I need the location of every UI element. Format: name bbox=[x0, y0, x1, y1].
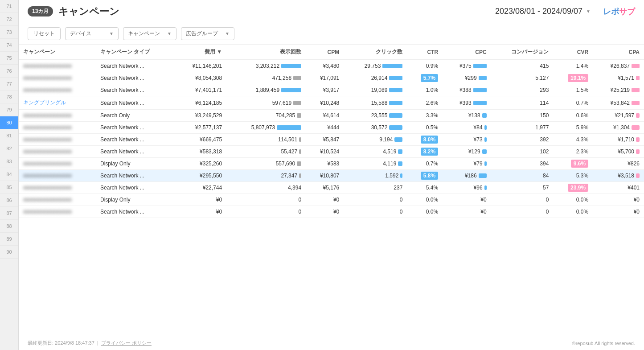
campaign-name: ■■■■■■■■■■■■■■■ bbox=[19, 206, 96, 218]
footer-last-updated: 最終更新日: 2024/9/8 18:47:37 | プライバシー ポリシー bbox=[28, 340, 152, 346]
campaign-type: Search Only bbox=[96, 110, 175, 122]
cpm: ¥17,091 bbox=[306, 72, 344, 84]
privacy-policy-link[interactable]: プライバシー ポリシー bbox=[101, 340, 152, 346]
cvr: 0.0% bbox=[553, 194, 593, 206]
col-cpa[interactable]: CPA bbox=[593, 45, 644, 60]
impressions: 557,690 bbox=[226, 158, 306, 170]
cpc: ¥299 bbox=[443, 72, 491, 84]
cpa: ¥26,837 bbox=[593, 60, 644, 72]
table-row[interactable]: ■■■■■■■■■■■■■■■Search Network ...¥11,146… bbox=[19, 60, 644, 72]
conversions: 415 bbox=[491, 60, 554, 72]
cpc: ¥0 bbox=[443, 206, 491, 218]
col-cpc[interactable]: CPC bbox=[443, 45, 491, 60]
campaign-name: キングプリングル bbox=[19, 96, 96, 110]
clicks: 23,555 bbox=[344, 110, 407, 122]
row-num-79: 79 bbox=[0, 103, 18, 116]
cpc: ¥84 bbox=[443, 122, 491, 134]
period-badge: 13カ月 bbox=[28, 6, 53, 16]
table-row[interactable]: ■■■■■■■■■■■■■■■Search Network ...¥2,577,… bbox=[19, 122, 644, 134]
cpa: ¥53,842 bbox=[593, 96, 644, 110]
impressions: 3,203,212 bbox=[226, 60, 306, 72]
adgroup-filter[interactable]: 広告グループ ▼ bbox=[181, 27, 234, 40]
cpm: ¥4,614 bbox=[306, 110, 344, 122]
col-impressions[interactable]: 表示回数 bbox=[226, 45, 306, 60]
row-num-87: 87 bbox=[0, 207, 18, 220]
cpm: ¥10,807 bbox=[306, 170, 344, 182]
clicks: 4,119 bbox=[344, 158, 407, 170]
ctr: 0.0% bbox=[407, 206, 443, 218]
campaign-name: ■■■■■■■■■■■■■■■ bbox=[19, 182, 96, 194]
row-num-88: 88 bbox=[0, 220, 18, 233]
col-clicks[interactable]: クリック数 bbox=[344, 45, 407, 60]
impressions: 597,619 bbox=[226, 96, 306, 110]
campaigns-table: キャンペーン キャンペーン タイプ 費用 ▼ 表示回数 CPM クリック数 CT… bbox=[19, 45, 644, 218]
cost: ¥8,054,308 bbox=[175, 72, 227, 84]
table-row[interactable]: ■■■■■■■■■■■■■■■Search Network ...¥00¥000… bbox=[19, 206, 644, 218]
cpm: ¥5,847 bbox=[306, 134, 344, 146]
col-cpm[interactable]: CPM bbox=[306, 45, 344, 60]
device-filter[interactable]: デバイス ▼ bbox=[65, 27, 119, 40]
row-num-73: 73 bbox=[0, 26, 18, 39]
table-row[interactable]: ■■■■■■■■■■■■■■■Search Only¥3,249,529704,… bbox=[19, 110, 644, 122]
campaign-filter[interactable]: キャンペーン ▼ bbox=[123, 27, 176, 40]
header: 13カ月 キャンペーン 2023/08/01 - 2024/09/07 ▼ レポ… bbox=[19, 0, 644, 23]
cpa: ¥0 bbox=[593, 194, 644, 206]
clicks: 1,592 bbox=[344, 170, 407, 182]
campaign-name: ■■■■■■■■■■■■■■■ bbox=[19, 194, 96, 206]
col-cost[interactable]: 費用 ▼ bbox=[175, 45, 227, 60]
title-section: 13カ月 キャンペーン bbox=[28, 5, 495, 18]
campaign-type: Search Network ... bbox=[96, 84, 175, 96]
clicks: 26,914 bbox=[344, 72, 407, 84]
campaign-type: Search Network ... bbox=[96, 134, 175, 146]
table-row[interactable]: ■■■■■■■■■■■■■■■Search Network ...¥22,744… bbox=[19, 182, 644, 194]
col-ctr[interactable]: CTR bbox=[407, 45, 443, 60]
campaign-name: ■■■■■■■■■■■■■■■ bbox=[19, 110, 96, 122]
table-row[interactable]: ■■■■■■■■■■■■■■■Search Network ...¥8,054,… bbox=[19, 72, 644, 84]
col-conversions[interactable]: コンバージョン bbox=[491, 45, 554, 60]
campaign-type: Search Network ... bbox=[96, 72, 175, 84]
ctr: 2.6% bbox=[407, 96, 443, 110]
table-row[interactable]: ■■■■■■■■■■■■■■■Display Only¥325,260557,6… bbox=[19, 158, 644, 170]
cost: ¥11,146,201 bbox=[175, 60, 227, 72]
conversions: 394 bbox=[491, 158, 554, 170]
cvr: 4.3% bbox=[553, 134, 593, 146]
cvr: 9.6% bbox=[553, 158, 593, 170]
cpc: ¥0 bbox=[443, 194, 491, 206]
cost: ¥0 bbox=[175, 206, 227, 218]
clicks: 9,194 bbox=[344, 134, 407, 146]
row-num-85: 85 bbox=[0, 181, 18, 194]
table-row[interactable]: ■■■■■■■■■■■■■■■Display Only¥00¥000.0%¥00… bbox=[19, 194, 644, 206]
cost: ¥325,260 bbox=[175, 158, 227, 170]
campaign-name: ■■■■■■■■■■■■■■■ bbox=[19, 122, 96, 134]
table-row[interactable]: キングプリングルSearch Network ...¥6,124,185597,… bbox=[19, 96, 644, 110]
cpa: ¥5,700 bbox=[593, 146, 644, 158]
row-num-90: 90 bbox=[0, 246, 18, 259]
date-range-text: 2023/08/01 - 2024/09/07 bbox=[495, 7, 582, 16]
date-range[interactable]: 2023/08/01 - 2024/09/07 ▼ bbox=[495, 7, 591, 16]
cpc: ¥388 bbox=[443, 84, 491, 96]
cvr: 1.5% bbox=[553, 84, 593, 96]
date-dropdown-icon[interactable]: ▼ bbox=[586, 9, 591, 14]
clicks: 0 bbox=[344, 194, 407, 206]
table-row[interactable]: ■■■■■■■■■■■■■■■Search Network ...¥295,55… bbox=[19, 170, 644, 182]
cpa: ¥21,597 bbox=[593, 110, 644, 122]
cost: ¥22,744 bbox=[175, 182, 227, 194]
clicks: 15,588 bbox=[344, 96, 407, 110]
cpc: ¥138 bbox=[443, 110, 491, 122]
col-campaign[interactable]: キャンペーン bbox=[19, 45, 96, 60]
col-type[interactable]: キャンペーン タイプ bbox=[96, 45, 175, 60]
row-num-76: 76 bbox=[0, 65, 18, 78]
campaign-name: ■■■■■■■■■■■■■■■ bbox=[19, 158, 96, 170]
device-filter-label: デバイス bbox=[70, 30, 91, 37]
cpm: ¥583 bbox=[306, 158, 344, 170]
reset-button[interactable]: リセット bbox=[28, 27, 61, 40]
table-row[interactable]: ■■■■■■■■■■■■■■■Search Network ...¥7,401,… bbox=[19, 84, 644, 96]
table-row[interactable]: ■■■■■■■■■■■■■■■Search Network ...¥583,31… bbox=[19, 146, 644, 158]
cpa: ¥25,219 bbox=[593, 84, 644, 96]
col-cvr[interactable]: CVR bbox=[553, 45, 593, 60]
cost: ¥3,249,529 bbox=[175, 110, 227, 122]
filter-bar: リセット デバイス ▼ キャンペーン ▼ 広告グループ ▼ bbox=[19, 23, 644, 45]
row-num-83: 83 bbox=[0, 155, 18, 168]
table-row[interactable]: ■■■■■■■■■■■■■■■Search Network ...¥669,47… bbox=[19, 134, 644, 146]
cpm: ¥10,524 bbox=[306, 146, 344, 158]
